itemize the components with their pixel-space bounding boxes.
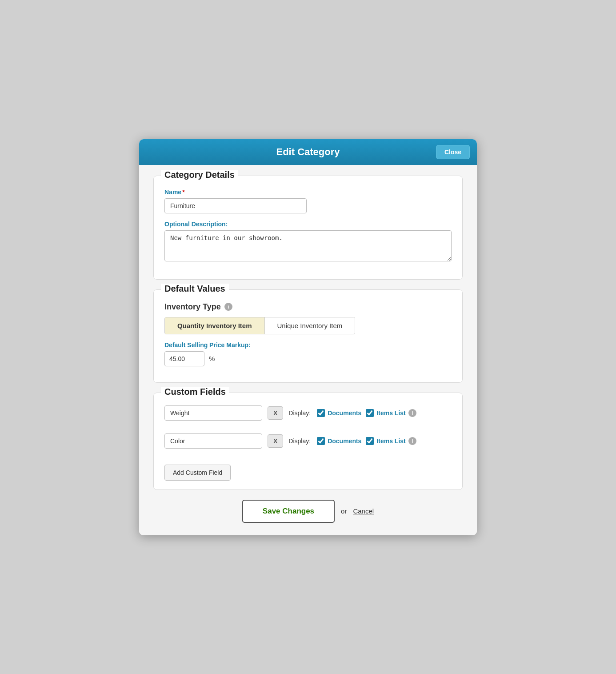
custom-field-input-weight[interactable] (164, 405, 262, 421)
cf-display-group-color: Display: Documents Items List i (288, 437, 452, 445)
cf-display-label-weight: Display: (288, 409, 311, 417)
description-label: Optional Description: (164, 221, 452, 228)
inventory-type-label: Inventory Type i (164, 302, 452, 312)
cf-display-group-weight: Display: Documents Items List i (288, 409, 452, 417)
cf-items-check-weight: Items List i (366, 409, 416, 417)
close-button[interactable]: Close (436, 145, 470, 159)
custom-fields-title: Custom Fields (161, 387, 229, 397)
cf-docs-label-weight[interactable]: Documents (328, 409, 361, 417)
quantity-inventory-toggle[interactable]: Quantity Inventory Item (165, 317, 264, 334)
save-changes-button[interactable]: Save Changes (242, 500, 335, 523)
modal-header: Edit Category Close (139, 139, 477, 165)
cf-docs-label-color[interactable]: Documents (328, 437, 361, 445)
items-list-info-icon-color[interactable]: i (408, 437, 416, 445)
custom-field-remove-color[interactable]: X (268, 434, 283, 448)
cf-items-checkbox-weight[interactable] (366, 409, 374, 417)
markup-unit: % (209, 355, 215, 362)
custom-field-row-weight: X Display: Documents Items List i (164, 405, 452, 427)
markup-label: Default Selling Price Markup: (164, 341, 452, 349)
custom-field-input-color[interactable] (164, 433, 262, 449)
cf-docs-checkbox-weight[interactable] (317, 409, 325, 417)
cf-items-label-weight[interactable]: Items List (376, 409, 405, 417)
default-values-section: Default Values Inventory Type i Quantity… (153, 289, 463, 383)
cf-docs-check-color: Documents (317, 437, 361, 445)
cf-docs-checkbox-color[interactable] (317, 437, 325, 445)
footer-row: Save Changes or Cancel (153, 500, 463, 523)
cf-items-check-color: Items List i (366, 437, 416, 445)
description-field-group: Optional Description: New furniture in o… (164, 221, 452, 263)
cancel-button[interactable]: Cancel (353, 507, 374, 515)
markup-input[interactable] (164, 351, 204, 366)
unique-inventory-toggle[interactable]: Unique Inventory Item (264, 317, 355, 334)
inventory-type-info-icon[interactable]: i (224, 303, 232, 311)
cf-display-label-color: Display: (288, 437, 311, 445)
modal-title: Edit Category (276, 146, 340, 158)
markup-row: % (164, 351, 452, 366)
custom-field-remove-weight[interactable]: X (268, 406, 283, 420)
default-values-title: Default Values (161, 284, 229, 294)
name-label: Name* (164, 189, 452, 196)
modal-body: Category Details Name* Optional Descript… (139, 165, 477, 535)
name-field-group: Name* (164, 189, 452, 213)
description-input[interactable]: New furniture in our showroom. (164, 230, 452, 261)
category-details-section: Category Details Name* Optional Descript… (153, 176, 463, 280)
add-custom-field-button[interactable]: Add Custom Field (164, 465, 231, 481)
edit-category-modal: Edit Category Close Category Details Nam… (139, 139, 477, 535)
custom-field-row-color: X Display: Documents Items List i (164, 433, 452, 455)
cf-docs-check-weight: Documents (317, 409, 361, 417)
cf-items-label-color[interactable]: Items List (376, 437, 405, 445)
cf-items-checkbox-color[interactable] (366, 437, 374, 445)
markup-field-group: Default Selling Price Markup: % (164, 341, 452, 366)
custom-fields-section: Custom Fields X Display: Documents (153, 393, 463, 490)
inventory-type-toggle: Quantity Inventory Item Unique Inventory… (164, 317, 355, 334)
name-input[interactable] (164, 198, 307, 213)
or-text: or (341, 507, 347, 515)
items-list-info-icon-weight[interactable]: i (408, 409, 416, 417)
category-details-title: Category Details (161, 170, 238, 180)
